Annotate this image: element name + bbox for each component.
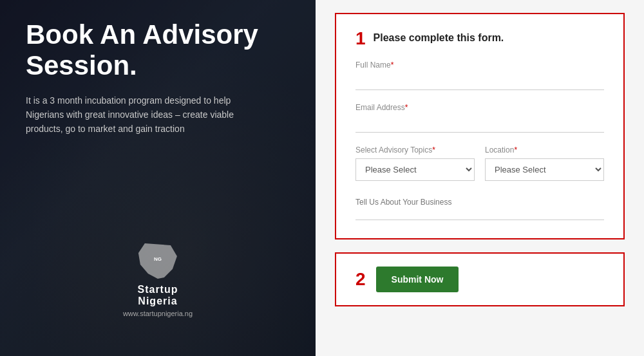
advisory-topics-select[interactable]: Please Select Product Development Market…: [355, 158, 475, 181]
business-textarea[interactable]: [355, 194, 604, 220]
email-label: Email Address*: [355, 103, 604, 112]
logo-text-nigeria: Nigeria: [138, 295, 177, 307]
submit-section: 2 Submit Now: [335, 252, 625, 306]
section-title: Please complete this form.: [374, 30, 504, 44]
form-section: 1 Please complete this form. Full Name* …: [335, 13, 625, 239]
location-label: Location*: [485, 145, 604, 155]
logo-icon: NG: [135, 240, 180, 279]
submit-section-number: 2: [355, 270, 366, 288]
main-heading: Book An Advisory Session.: [26, 19, 290, 82]
full-name-input[interactable]: [355, 72, 604, 90]
logo-url: www.startupnigeria.ng: [123, 310, 193, 317]
business-field: [355, 194, 604, 223]
section-header: 1 Please complete this form.: [355, 30, 604, 48]
location-field: Location* Please Select Lagos Abuja Kano…: [485, 145, 604, 181]
section-number: 1: [355, 30, 366, 48]
logo-area: NG Startup Nigeria www.startupnigeria.ng: [123, 240, 193, 317]
submit-button[interactable]: Submit Now: [376, 267, 459, 292]
email-field: Email Address*: [355, 103, 604, 133]
full-name-field: Full Name*: [355, 61, 604, 90]
location-select[interactable]: Please Select Lagos Abuja Kano Other: [485, 158, 604, 181]
svg-text:NG: NG: [154, 256, 162, 262]
email-input[interactable]: [355, 115, 604, 133]
right-panel: 1 Please complete this form. Full Name* …: [316, 0, 644, 356]
advisory-topics-field: Select Advisory Topics* Please Select Pr…: [355, 145, 475, 181]
left-content: Book An Advisory Session. It is a 3 mont…: [0, 0, 316, 156]
topics-location-row: Select Advisory Topics* Please Select Pr…: [355, 145, 604, 181]
advisory-topics-label: Select Advisory Topics*: [355, 145, 475, 155]
logo-text-startup: Startup: [137, 284, 178, 295]
description-text: It is a 3 month incubation program desig…: [26, 93, 270, 136]
left-panel: Book An Advisory Session. It is a 3 mont…: [0, 0, 316, 356]
full-name-label: Full Name*: [355, 61, 604, 70]
